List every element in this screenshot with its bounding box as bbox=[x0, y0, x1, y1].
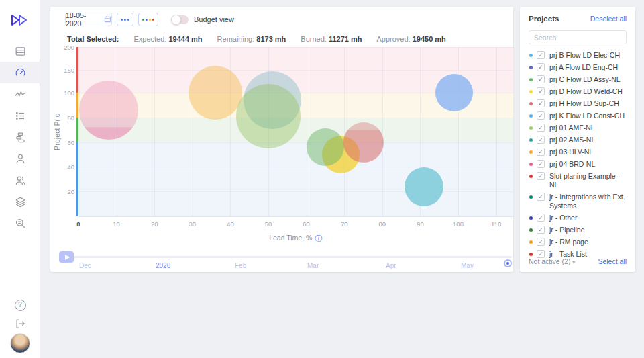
not-active-dropdown[interactable]: Not active (2) ▾ bbox=[529, 257, 575, 265]
logo-fastforward-icon[interactable] bbox=[0, 9, 40, 31]
timeline-handle[interactable] bbox=[504, 259, 512, 267]
project-color-dot bbox=[529, 195, 533, 199]
timeline-label[interactable]: Mar bbox=[307, 262, 319, 269]
sidebar-item-activity[interactable] bbox=[0, 83, 40, 105]
x-tick-label: 60 bbox=[298, 220, 315, 228]
project-checkbox[interactable]: ✓ bbox=[537, 136, 545, 144]
timeline-track[interactable] bbox=[74, 256, 512, 258]
y-axis-segment bbox=[76, 47, 78, 93]
stat-burned: Burned: 11271 mh bbox=[301, 35, 362, 43]
stat-approved: Approved: 19450 mh bbox=[376, 35, 445, 43]
x-tick-label: 110 bbox=[488, 220, 505, 228]
timeline-label[interactable]: Apr bbox=[386, 262, 396, 269]
info-icon[interactable]: ⓘ bbox=[315, 234, 323, 242]
help-icon: ? bbox=[15, 300, 26, 311]
project-label: prj B Flow LD Elec-CH bbox=[549, 51, 620, 60]
project-list-item[interactable]: ✓jr - Other bbox=[529, 214, 627, 222]
blue-dot-icon bbox=[146, 19, 148, 21]
chart-bubble[interactable] bbox=[236, 84, 301, 148]
chart-bubble[interactable] bbox=[189, 66, 242, 120]
project-list-item[interactable]: ✓jr - RM page bbox=[529, 238, 627, 247]
color-view-button[interactable] bbox=[138, 13, 158, 26]
y-tick-label: 40 bbox=[52, 163, 74, 171]
x-tick-label: 0 bbox=[70, 220, 87, 228]
sidebar-item-planning[interactable] bbox=[0, 126, 40, 148]
bubble-view-button[interactable] bbox=[117, 13, 133, 26]
project-label: jr - Pipeline bbox=[549, 226, 585, 234]
gridline bbox=[382, 47, 383, 216]
project-list-item[interactable]: ✓prj B Flow LD Elec-CH bbox=[529, 51, 627, 60]
chart-bubble[interactable] bbox=[435, 74, 473, 111]
x-tick-label: 30 bbox=[184, 220, 201, 228]
dashboard-gauge-icon bbox=[14, 66, 27, 79]
sidebar-item-search-zoom[interactable] bbox=[0, 212, 40, 234]
project-list-item[interactable]: ✓prj A Flow LD Eng-CH bbox=[529, 63, 627, 72]
project-checkbox[interactable]: ✓ bbox=[537, 124, 545, 132]
y-axis-segment bbox=[76, 93, 78, 118]
project-color-dot bbox=[529, 228, 533, 232]
project-list-item[interactable]: ✓jr - Integrations with Ext. Systems bbox=[529, 193, 627, 210]
budget-view-toggle[interactable] bbox=[172, 15, 189, 24]
project-color-dot bbox=[529, 216, 533, 220]
sidebar-item-server[interactable] bbox=[0, 40, 40, 62]
project-list-item[interactable]: ✓prj 04 BRD-NL bbox=[529, 160, 627, 169]
project-list-item[interactable]: ✓prj K Flow LD Const-CH bbox=[529, 111, 627, 120]
timeline-play-button[interactable] bbox=[59, 251, 74, 263]
project-search-input[interactable] bbox=[529, 30, 627, 44]
gridline bbox=[496, 47, 497, 216]
deselect-all-link[interactable]: Deselect all bbox=[590, 15, 627, 23]
sidebar-item-task-list[interactable] bbox=[0, 105, 40, 126]
project-color-dot bbox=[529, 66, 533, 69]
user-icon bbox=[14, 152, 27, 165]
project-checkbox[interactable]: ✓ bbox=[537, 63, 545, 71]
project-checkbox[interactable]: ✓ bbox=[537, 160, 545, 168]
chart-bubble[interactable] bbox=[307, 128, 344, 166]
layers-icon bbox=[14, 195, 27, 208]
project-list-item[interactable]: ✓Slot planing Example-NL bbox=[529, 172, 627, 189]
timeline-label[interactable]: Feb bbox=[235, 262, 246, 269]
project-label: prj 02 AMS-NL bbox=[549, 136, 595, 144]
project-label: prj D Flow LD Weld-CH bbox=[549, 87, 623, 96]
sidebar-item-dashboard[interactable] bbox=[0, 62, 40, 83]
project-checkbox[interactable]: ✓ bbox=[537, 148, 545, 156]
project-checkbox[interactable]: ✓ bbox=[537, 99, 545, 107]
project-color-dot bbox=[529, 114, 533, 118]
project-checkbox[interactable]: ✓ bbox=[537, 214, 545, 222]
app-root: ? 18-05-2020 bbox=[0, 0, 644, 358]
chart-bubble[interactable] bbox=[405, 167, 443, 206]
timeline-label[interactable]: May bbox=[461, 262, 474, 269]
y-tick-label: 200 bbox=[52, 44, 74, 51]
project-color-dot bbox=[529, 150, 533, 154]
project-checkbox[interactable]: ✓ bbox=[537, 238, 545, 246]
timeline-label[interactable]: Dec bbox=[79, 262, 91, 269]
project-label: jr - Integrations with Ext. Systems bbox=[549, 193, 627, 210]
project-checkbox[interactable]: ✓ bbox=[537, 226, 545, 234]
project-checkbox[interactable]: ✓ bbox=[537, 51, 545, 59]
yellow-dot-icon bbox=[149, 19, 151, 21]
priority-band bbox=[78, 142, 513, 216]
project-label: jr - RM page bbox=[549, 238, 588, 247]
project-checkbox[interactable]: ✓ bbox=[537, 75, 545, 83]
project-list-item[interactable]: ✓jr - Pipeline bbox=[529, 226, 627, 234]
project-list-item[interactable]: ✓prj D Flow LD Weld-CH bbox=[529, 87, 627, 96]
chevron-down-icon: ▾ bbox=[572, 259, 575, 265]
sidebar-item-user[interactable] bbox=[0, 148, 40, 169]
project-list-item[interactable]: ✓prj 03 HLV-NL bbox=[529, 148, 627, 156]
timeline-label[interactable]: 2020 bbox=[156, 262, 170, 269]
project-checkbox[interactable]: ✓ bbox=[537, 111, 545, 120]
sidebar-item-profile[interactable] bbox=[0, 332, 40, 355]
date-picker-input[interactable]: 18-05-2020 bbox=[65, 13, 112, 26]
project-list-item[interactable]: ✓prj 01 AMF-NL bbox=[529, 124, 627, 132]
x-tick-label: 20 bbox=[146, 220, 163, 228]
sidebar-item-users[interactable] bbox=[0, 169, 40, 191]
select-all-link[interactable]: Select all bbox=[598, 257, 627, 265]
project-checkbox[interactable]: ✓ bbox=[537, 193, 545, 201]
project-list-item[interactable]: ✓prj H Flow LD Sup-CH bbox=[529, 99, 627, 108]
project-checkbox[interactable]: ✓ bbox=[537, 87, 545, 95]
project-list-item[interactable]: ✓prj C Flow LD Assy-NL bbox=[529, 75, 627, 84]
project-checkbox[interactable]: ✓ bbox=[537, 172, 545, 180]
project-label: prj K Flow LD Const-CH bbox=[549, 111, 625, 120]
sidebar-item-help[interactable]: ? bbox=[0, 296, 40, 314]
sidebar-item-layers[interactable] bbox=[0, 191, 40, 212]
project-list-item[interactable]: ✓prj 02 AMS-NL bbox=[529, 136, 627, 144]
